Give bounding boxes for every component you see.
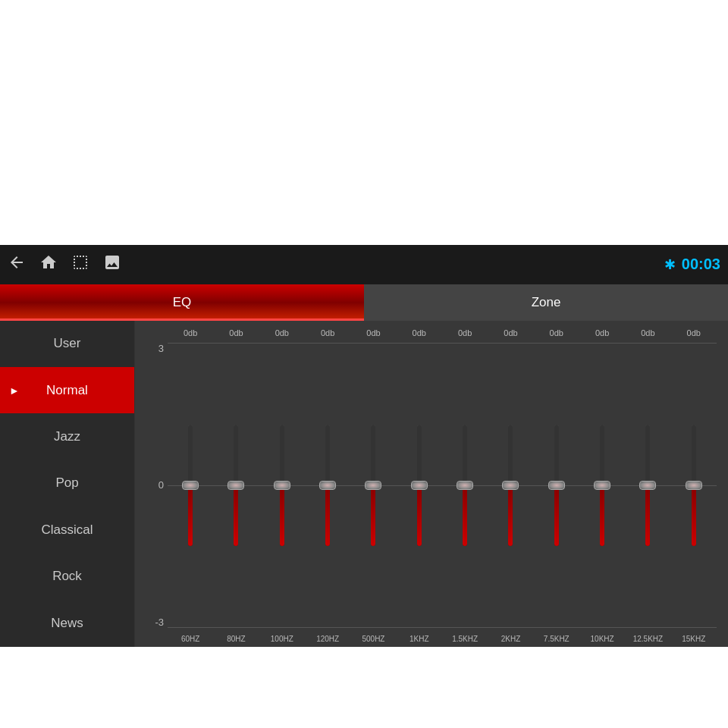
eq-db-label: 0db	[629, 328, 666, 337]
eq-slider-col[interactable]	[488, 339, 533, 632]
slider-thumb[interactable]	[319, 481, 336, 490]
home-icon[interactable]	[39, 253, 58, 275]
slider-thumb[interactable]	[502, 481, 519, 490]
slider-track-top	[371, 425, 375, 485]
slider-track[interactable]	[417, 425, 422, 546]
eq-db-label: 0db	[584, 328, 620, 337]
slider-track-top	[508, 425, 513, 485]
eq-grid: 3 0 -3	[146, 339, 717, 632]
sliders-container	[168, 339, 717, 632]
slider-track-red	[645, 485, 650, 546]
slider-thumb[interactable]	[594, 481, 610, 490]
tab-eq[interactable]: EQ	[0, 284, 364, 321]
tab-zone[interactable]: Zone	[364, 284, 728, 321]
eq-db-label: 0db	[355, 328, 391, 337]
slider-thumb[interactable]	[182, 481, 199, 490]
window-icon[interactable]	[71, 253, 89, 275]
slider-track[interactable]	[371, 425, 375, 546]
sidebar: User ► Normal Jazz Pop Classical Rock Ne…	[0, 321, 135, 647]
eq-db-label: 0db	[309, 328, 346, 337]
sidebar-item-pop[interactable]: Pop	[0, 460, 134, 507]
slider-track-top	[600, 425, 604, 485]
slider-track[interactable]	[325, 425, 330, 546]
sidebar-item-jazz[interactable]: Jazz	[0, 413, 134, 460]
slider-thumb[interactable]	[365, 481, 381, 490]
sidebar-item-classical[interactable]: Classical	[0, 507, 134, 553]
freq-label: 10KHZ	[584, 635, 620, 643]
freq-label: 15KHZ	[676, 635, 712, 643]
eq-slider-col[interactable]	[534, 339, 579, 632]
slider-thumb[interactable]	[274, 481, 290, 490]
image-icon[interactable]	[103, 253, 121, 275]
eq-db-label: 0db	[401, 328, 438, 337]
slider-thumb[interactable]	[228, 481, 244, 490]
slider-track-top	[188, 425, 193, 485]
freq-label: 1.5KHZ	[447, 635, 483, 643]
eq-scale: 3 0 -3	[146, 339, 168, 632]
freq-label: 120HZ	[309, 635, 346, 643]
slider-thumb[interactable]	[411, 481, 428, 490]
eq-slider-col[interactable]	[579, 339, 625, 632]
eq-slider-col[interactable]	[259, 339, 305, 632]
slider-track[interactable]	[508, 425, 513, 546]
slider-track-red	[692, 485, 696, 546]
slider-track-top	[280, 425, 284, 485]
slider-track-red	[325, 485, 330, 546]
eq-db-label: 0db	[447, 328, 483, 337]
topbar: ✱ 00:03	[0, 245, 728, 284]
slider-track[interactable]	[645, 425, 650, 546]
bluetooth-icon: ✱	[664, 256, 676, 273]
freq-label: 500HZ	[355, 635, 391, 643]
eq-panel: 0db0db0db0db0db0db0db0db0db0db0db0db 3 0…	[135, 321, 728, 647]
slider-track-red	[508, 485, 513, 546]
eq-db-label: 0db	[492, 328, 529, 337]
eq-slider-col[interactable]	[442, 339, 488, 632]
slider-track-top	[463, 425, 467, 485]
slider-track[interactable]	[280, 425, 284, 546]
eq-db-label: 0db	[676, 328, 712, 337]
back-icon[interactable]	[8, 253, 26, 275]
eq-slider-col[interactable]	[671, 339, 717, 632]
play-arrow-icon: ►	[9, 384, 20, 397]
slider-track-red	[371, 485, 375, 546]
eq-slider-col[interactable]	[397, 339, 442, 632]
eq-slider-col[interactable]	[350, 339, 396, 632]
freq-label: 60HZ	[172, 635, 209, 643]
slider-track[interactable]	[463, 425, 467, 546]
slider-track[interactable]	[554, 425, 559, 546]
slider-track-red	[554, 485, 559, 546]
eq-slider-col[interactable]	[305, 339, 350, 632]
eq-db-label: 0db	[218, 328, 254, 337]
sidebar-item-news[interactable]: News	[0, 600, 134, 646]
slider-track-red	[280, 485, 284, 546]
slider-track-red	[417, 485, 422, 546]
eq-db-label: 0db	[172, 328, 209, 337]
eq-db-label: 0db	[264, 328, 300, 337]
freq-label: 12.5KHZ	[629, 635, 666, 643]
slider-track[interactable]	[600, 425, 604, 546]
slider-track-red	[600, 485, 604, 546]
freq-label: 80HZ	[218, 635, 254, 643]
sidebar-item-user[interactable]: User	[0, 321, 134, 367]
slider-track-top	[554, 425, 559, 485]
slider-track-top	[645, 425, 650, 485]
sidebar-item-normal[interactable]: ► Normal	[0, 367, 134, 413]
eq-slider-col[interactable]	[168, 339, 213, 632]
slider-track[interactable]	[692, 425, 696, 546]
slider-track[interactable]	[234, 425, 238, 546]
freq-label: 7.5KHZ	[538, 635, 575, 643]
slider-track[interactable]	[188, 425, 193, 546]
slider-thumb[interactable]	[457, 481, 473, 490]
sidebar-item-rock[interactable]: Rock	[0, 554, 134, 600]
slider-thumb[interactable]	[548, 481, 565, 490]
eq-db-labels: 0db0db0db0db0db0db0db0db0db0db0db0db	[146, 328, 717, 337]
main-content: User ► Normal Jazz Pop Classical Rock Ne…	[0, 321, 728, 647]
slider-thumb[interactable]	[639, 481, 656, 490]
slider-track-top	[325, 425, 330, 485]
eq-slider-col[interactable]	[213, 339, 259, 632]
slider-track-red	[463, 485, 467, 546]
freq-label: 2KHZ	[492, 635, 529, 643]
slider-thumb[interactable]	[686, 481, 702, 490]
slider-track-top	[234, 425, 238, 485]
eq-slider-col[interactable]	[625, 339, 670, 632]
